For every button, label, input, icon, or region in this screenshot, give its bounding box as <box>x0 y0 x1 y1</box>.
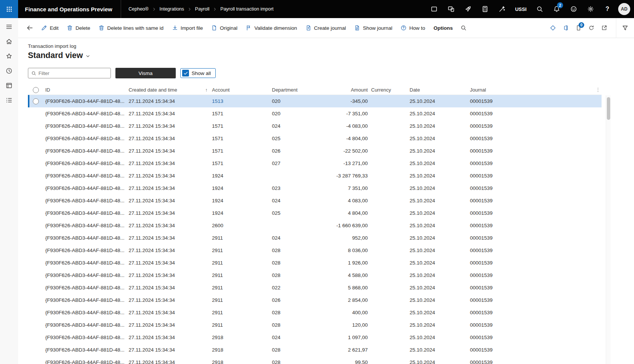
multi-device-button[interactable] <box>443 0 460 18</box>
calculator-button[interactable] <box>477 0 494 18</box>
table-row[interactable]: {F930F626-ABD3-44AF-881D-48... 27.11.202… <box>28 194 602 207</box>
flow-button[interactable] <box>546 21 559 35</box>
show-all-toggle[interactable]: Show all <box>180 68 216 78</box>
cell-account[interactable]: 1924 <box>212 173 272 179</box>
table-row[interactable]: {F930F626-ABD3-44AF-881D-48... 27.11.202… <box>28 281 602 294</box>
magic-wand-button[interactable] <box>494 0 511 18</box>
column-header-amount[interactable]: Amount <box>317 87 368 93</box>
table-row[interactable]: {F930F626-ABD3-44AF-881D-48... 27.11.202… <box>28 145 602 157</box>
cell-account[interactable]: 2911 <box>212 272 272 278</box>
cell-account[interactable]: 1571 <box>212 123 272 129</box>
table-row[interactable]: {F930F626-ABD3-44AF-881D-48... 27.11.202… <box>28 132 602 145</box>
cell-account[interactable]: 1513 <box>212 98 272 104</box>
table-row[interactable]: {F930F626-ABD3-44AF-881D-48... 27.11.202… <box>28 244 602 257</box>
scrollbar-thumb[interactable] <box>607 97 610 120</box>
table-row[interactable]: {F930F626-ABD3-44AF-881D-48... 27.11.202… <box>28 356 602 364</box>
table-row[interactable]: {F930F626-ABD3-44AF-881D-48... 27.11.202… <box>28 207 602 219</box>
table-row[interactable]: {F930F626-ABD3-44AF-881D-48... 27.11.202… <box>28 257 602 269</box>
grid-more-options-icon[interactable] <box>595 87 602 93</box>
notifications-button[interactable]: 2 <box>548 0 565 18</box>
validate-dimension-button[interactable]: Validate dimension <box>241 21 301 35</box>
how-to-button[interactable]: How to <box>396 21 429 35</box>
cell-account[interactable]: 1924 <box>212 210 272 216</box>
help-button[interactable]: ? <box>599 0 616 18</box>
table-row[interactable]: {F930F626-ABD3-44AF-881D-48... 27.11.202… <box>28 182 602 194</box>
table-row[interactable]: {F930F626-ABD3-44AF-881D-48... 27.11.202… <box>28 319 602 331</box>
column-header-journal[interactable]: Journal <box>470 87 602 93</box>
table-row[interactable]: {F930F626-ABD3-44AF-881D-48... 27.11.202… <box>28 331 602 344</box>
breadcrumb-item-payroll[interactable]: Payroll <box>195 6 209 12</box>
cell-account[interactable]: 1924 <box>212 198 272 203</box>
filter-pane-button[interactable] <box>616 18 634 38</box>
original-button[interactable]: Original <box>207 21 242 35</box>
fullscreen-button[interactable] <box>426 0 443 18</box>
table-row[interactable]: {F930F626-ABD3-44AF-881D-48... 27.11.202… <box>28 95 602 107</box>
column-header-department[interactable]: Department <box>272 87 317 93</box>
show-journal-button[interactable]: Show journal <box>350 21 396 35</box>
avatar[interactable]: AD <box>618 3 630 15</box>
cell-account[interactable]: 2600 <box>212 223 272 228</box>
table-row[interactable]: {F930F626-ABD3-44AF-881D-48... 27.11.202… <box>28 170 602 182</box>
edit-button[interactable]: Edit <box>37 21 63 35</box>
column-header-created[interactable]: Created date and time↑ <box>129 87 212 93</box>
delete-button[interactable]: Delete <box>63 21 94 35</box>
column-header-account[interactable]: Account <box>212 87 272 93</box>
feedback-button[interactable] <box>565 0 582 18</box>
column-header-date[interactable]: Date <box>410 87 470 93</box>
cell-account[interactable]: 1571 <box>212 161 272 166</box>
refresh-button[interactable] <box>585 21 598 35</box>
table-row[interactable]: {F930F626-ABD3-44AF-881D-48... 27.11.202… <box>28 269 602 281</box>
show-all-checkbox[interactable] <box>182 70 189 76</box>
breadcrumb-item-page[interactable]: Payroll transaction import <box>220 6 273 12</box>
cell-account[interactable]: 2911 <box>212 235 272 241</box>
cell-account[interactable]: 1571 <box>212 111 272 116</box>
create-journal-button[interactable]: Create journal <box>301 21 350 35</box>
settings-button[interactable] <box>582 0 599 18</box>
nav-menu-button[interactable] <box>2 19 17 34</box>
cell-account[interactable]: 2911 <box>212 297 272 303</box>
nav-home-button[interactable] <box>2 34 17 49</box>
cell-account[interactable]: 2918 <box>212 359 272 364</box>
cell-account[interactable]: 1571 <box>212 136 272 141</box>
cell-account[interactable]: 2911 <box>212 260 272 266</box>
select-all-radio[interactable] <box>33 87 39 93</box>
table-row[interactable]: {F930F626-ABD3-44AF-881D-48... 27.11.202… <box>28 344 602 356</box>
view-selector[interactable]: Standard view <box>28 50 91 61</box>
cell-account[interactable]: 2918 <box>212 347 272 353</box>
cell-account[interactable]: 2911 <box>212 322 272 328</box>
column-header-id[interactable]: ID <box>45 87 129 93</box>
back-button[interactable] <box>23 21 37 35</box>
nav-workspaces-button[interactable] <box>2 78 17 93</box>
office-button[interactable] <box>559 21 572 35</box>
import-file-button[interactable]: Import file <box>168 21 207 35</box>
attachments-button[interactable]: 0 <box>572 21 585 35</box>
cell-account[interactable]: 2911 <box>212 285 272 291</box>
breadcrumb-item-integrations[interactable]: Integrations <box>160 6 184 12</box>
app-launcher-button[interactable] <box>0 0 18 18</box>
visma-button[interactable]: Visma <box>115 68 176 78</box>
table-row[interactable]: {F930F626-ABD3-44AF-881D-48... 27.11.202… <box>28 219 602 232</box>
cell-account[interactable]: 1924 <box>212 185 272 191</box>
filter-input[interactable] <box>38 70 107 76</box>
cell-account[interactable]: 2918 <box>212 335 272 340</box>
app-title[interactable]: Finance and Operations Preview <box>18 6 121 12</box>
nav-modules-button[interactable] <box>2 93 17 107</box>
breadcrumb-item-company[interactable]: Cepheo® <box>129 6 149 12</box>
table-row[interactable]: {F930F626-ABD3-44AF-881D-48... 27.11.202… <box>28 306 602 319</box>
options-menu-button[interactable]: Options <box>429 21 457 35</box>
row-radio[interactable] <box>33 98 39 104</box>
delete-lines-same-id-button[interactable]: Delete lines with same id <box>94 21 167 35</box>
nav-recent-button[interactable] <box>2 63 17 78</box>
table-row[interactable]: {F930F626-ABD3-44AF-881D-48... 27.11.202… <box>28 107 602 120</box>
table-row[interactable]: {F930F626-ABD3-44AF-881D-48... 27.11.202… <box>28 294 602 306</box>
cell-account[interactable]: 2911 <box>212 248 272 253</box>
open-in-new-window-button[interactable] <box>598 21 611 35</box>
table-row[interactable]: {F930F626-ABD3-44AF-881D-48... 27.11.202… <box>28 120 602 132</box>
nav-favorites-button[interactable] <box>2 49 17 63</box>
command-search-button[interactable] <box>457 21 470 35</box>
vertical-scrollbar[interactable] <box>606 95 611 364</box>
cell-account[interactable]: 1571 <box>212 148 272 154</box>
search-button[interactable] <box>531 0 548 18</box>
table-row[interactable]: {F930F626-ABD3-44AF-881D-48... 27.11.202… <box>28 157 602 170</box>
cell-account[interactable]: 2911 <box>212 310 272 315</box>
